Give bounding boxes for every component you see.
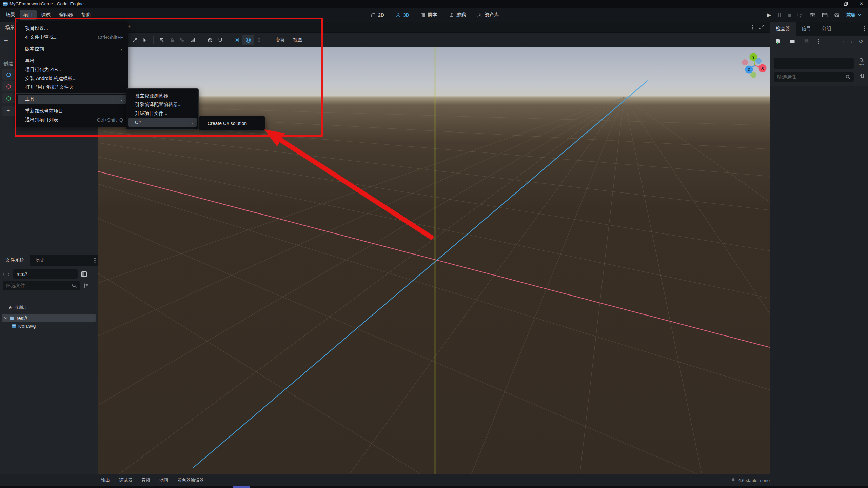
menu-project[interactable]: 项目	[20, 10, 37, 20]
menu-item-pack-zip[interactable]: 项目打包为 ZIP...	[16, 65, 128, 74]
select-list-icon[interactable]	[157, 35, 167, 45]
minimize-button[interactable]: –	[830, 1, 832, 6]
play-custom-scene-button[interactable]	[822, 13, 828, 18]
menu-item-export[interactable]: 导出...	[16, 57, 128, 65]
menu-item-find-in-files[interactable]: 在文件中查找...Ctrl+Shift+F	[16, 33, 128, 42]
taskbar-strip	[0, 486, 868, 488]
tab-filesystem[interactable]: 文件系统	[0, 255, 30, 266]
filesystem-menu-icon[interactable]	[94, 258, 96, 263]
save-resource-icon[interactable]	[804, 39, 809, 44]
local-space-cube-icon[interactable]	[205, 35, 215, 45]
tab-audio[interactable]: 音频	[141, 477, 150, 483]
restore-button[interactable]	[844, 2, 848, 6]
ruler-icon[interactable]	[188, 35, 198, 45]
lock-icon[interactable]	[167, 35, 177, 45]
play-scene-button[interactable]	[810, 13, 815, 18]
menu-scene[interactable]: 场景	[2, 10, 19, 20]
menu-item-orphan-resource-explorer[interactable]: 孤立资源浏览器...	[126, 92, 198, 100]
transform-menu[interactable]: 变换	[271, 37, 289, 43]
menu-item-upgrade-project-files[interactable]: 升级项目文件...	[126, 109, 198, 118]
preview-environment-icon[interactable]	[242, 35, 254, 45]
play-button[interactable]: ▶	[767, 12, 771, 18]
path-field[interactable]: res://	[13, 269, 78, 279]
tab-animation[interactable]: 动画	[159, 477, 168, 483]
tab-inspector[interactable]: 检查器	[770, 22, 796, 36]
csharp-submenu-popup: Create C# solution	[199, 116, 265, 131]
preview-sun-icon[interactable]	[232, 35, 242, 45]
star-icon: ★	[8, 305, 13, 310]
tab-debugger[interactable]: 调试器	[119, 477, 132, 483]
chevron-expanded-icon[interactable]	[4, 317, 7, 319]
stop-button[interactable]: ■	[788, 12, 791, 18]
scale-mode-icon[interactable]	[130, 35, 140, 45]
menu-item-open-user-data-folder[interactable]: 打开 “用户数据” 文件夹	[16, 83, 128, 92]
workspace-game[interactable]: 游戏	[449, 12, 466, 18]
submenu-arrow-icon: →	[118, 46, 123, 52]
remote-play-icon[interactable]	[797, 12, 803, 18]
movie-maker-icon[interactable]	[834, 12, 840, 18]
tab-history[interactable]: 历史	[30, 255, 50, 266]
viewport-options-icon[interactable]	[254, 35, 264, 45]
history-back-icon[interactable]: ‹	[843, 39, 845, 45]
workspace-3d[interactable]: 3D	[396, 12, 409, 18]
menu-item-tools[interactable]: 工具→	[16, 95, 128, 104]
workspace-assetlib[interactable]: 资产库	[477, 12, 499, 18]
inspector-menu-icon[interactable]	[864, 26, 865, 32]
resource-name-field[interactable]	[774, 58, 854, 69]
select-mode-icon[interactable]	[140, 35, 150, 45]
menu-item-reload-project[interactable]: 重新加载当前项目	[16, 107, 128, 116]
filter-properties-field[interactable]: 筛选属性	[774, 72, 854, 82]
tab-list-icon[interactable]	[752, 25, 753, 30]
resource-options-icon[interactable]	[818, 39, 819, 44]
sort-icon[interactable]	[83, 283, 88, 288]
toolbar-separator	[268, 36, 268, 44]
ui-scene-icon	[6, 96, 11, 101]
workspace-script[interactable]: 脚本	[421, 12, 437, 18]
menu-item-engine-compilation-configuration[interactable]: 引擎编译配置编辑器...	[126, 100, 198, 109]
tree-row-iconsvg[interactable]: icon.svg	[12, 323, 36, 329]
view-menu[interactable]: 视图	[289, 37, 307, 43]
menu-item-install-android-template[interactable]: 安装 Android 构建模板...	[16, 74, 128, 83]
menu-item-quit-to-project-list[interactable]: 退出到项目列表Ctrl+Shift+Q	[16, 116, 128, 124]
pause-button[interactable]	[777, 13, 782, 17]
menu-help[interactable]: 帮助	[77, 10, 94, 20]
svg-text:Y: Y	[752, 55, 755, 60]
menu-editor[interactable]: 编辑器	[55, 10, 77, 20]
axis-navigation-gizmo[interactable]: Y X Z	[741, 53, 768, 80]
menu-item-version-control[interactable]: 版本控制→	[16, 45, 128, 54]
workspace-2d[interactable]: 2D	[371, 12, 384, 18]
property-tools-icon[interactable]	[860, 74, 865, 79]
menu-item-csharp[interactable]: C#→	[126, 118, 198, 127]
history-forward-icon[interactable]: ›	[851, 39, 852, 45]
tab-output[interactable]: 输出	[101, 477, 110, 483]
close-button[interactable]: ✕	[860, 1, 863, 6]
split-mode-icon[interactable]	[81, 271, 87, 277]
object-history-icon[interactable]: ↺	[859, 38, 863, 45]
distraction-free-icon[interactable]	[759, 24, 764, 30]
new-resource-icon[interactable]	[775, 38, 781, 44]
tab-shader-editor[interactable]: 着色器编辑器	[177, 477, 204, 483]
3d-viewport[interactable]: Y X Z	[98, 47, 770, 474]
add-node-button[interactable]: +	[4, 37, 8, 45]
nav-back-icon[interactable]: ‹	[3, 271, 4, 277]
load-resource-folder-icon[interactable]	[789, 39, 795, 44]
group-icon[interactable]	[177, 35, 188, 45]
menu-debug[interactable]: 调试	[37, 10, 54, 20]
menu-bar: 场景 项目 调试 编辑器 帮助	[2, 8, 94, 22]
tree-row-res[interactable]: res://	[2, 314, 96, 322]
version-info[interactable]: | 4.6.stable.mono	[727, 474, 770, 486]
tab-signals[interactable]: 信号	[796, 22, 816, 36]
notification-bell-icon[interactable]	[731, 478, 735, 483]
tab-groups[interactable]: 分组	[816, 22, 837, 36]
main-header: 场景 项目 调试 编辑器 帮助 2D 3D 脚本 游戏	[0, 8, 868, 22]
filter-files-field[interactable]: 筛选文件	[3, 281, 80, 290]
gizmo-neg-y	[750, 72, 756, 78]
renderer-dropdown[interactable]: 兼容	[846, 12, 861, 18]
menu-item-create-csharp-solution[interactable]: Create C# solution	[199, 119, 265, 128]
2d-scene-icon	[6, 73, 11, 77]
open-docs-icon[interactable]: DOC	[859, 58, 865, 66]
menu-item-project-settings[interactable]: 项目设置...	[16, 24, 128, 33]
search-icon	[72, 283, 77, 288]
snap-magnet-icon[interactable]	[215, 35, 225, 45]
nav-forward-icon[interactable]: ›	[8, 271, 9, 277]
